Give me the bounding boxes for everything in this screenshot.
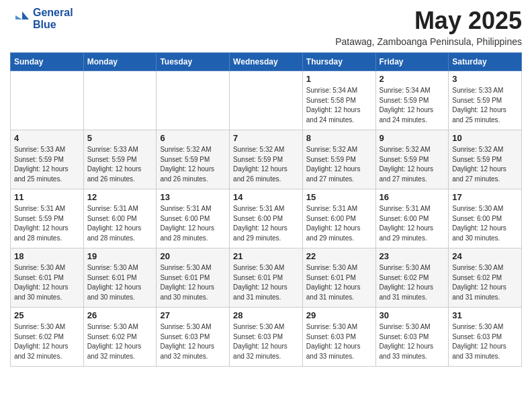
day-number: 15 bbox=[306, 192, 372, 202]
day-cell: 4Sunrise: 5:33 AM Sunset: 5:59 PM Daylig… bbox=[11, 130, 84, 189]
day-cell: 21Sunrise: 5:30 AM Sunset: 6:01 PM Dayli… bbox=[230, 248, 303, 308]
day-number: 11 bbox=[14, 192, 80, 202]
day-number: 10 bbox=[452, 133, 518, 143]
day-info: Sunrise: 5:32 AM Sunset: 5:59 PM Dayligh… bbox=[233, 145, 299, 184]
subtitle: Patawag, Zamboanga Peninsula, Philippine… bbox=[335, 36, 522, 47]
day-number: 8 bbox=[306, 133, 372, 143]
day-number: 7 bbox=[233, 133, 299, 143]
day-info: Sunrise: 5:30 AM Sunset: 6:01 PM Dayligh… bbox=[233, 263, 299, 302]
day-cell: 25Sunrise: 5:30 AM Sunset: 6:02 PM Dayli… bbox=[11, 308, 84, 367]
day-info: Sunrise: 5:30 AM Sunset: 6:01 PM Dayligh… bbox=[14, 263, 80, 302]
day-cell: 18Sunrise: 5:30 AM Sunset: 6:01 PM Dayli… bbox=[11, 248, 84, 308]
col-header-monday: Monday bbox=[83, 53, 157, 71]
day-number: 17 bbox=[452, 192, 518, 202]
day-cell: 28Sunrise: 5:30 AM Sunset: 6:03 PM Dayli… bbox=[230, 308, 303, 367]
calendar-table: SundayMondayTuesdayWednesdayThursdayFrid… bbox=[10, 52, 522, 367]
day-cell: 12Sunrise: 5:31 AM Sunset: 6:00 PM Dayli… bbox=[83, 189, 157, 248]
day-info: Sunrise: 5:32 AM Sunset: 5:59 PM Dayligh… bbox=[452, 145, 518, 184]
day-number: 16 bbox=[380, 192, 445, 202]
day-info: Sunrise: 5:31 AM Sunset: 6:00 PM Dayligh… bbox=[87, 204, 153, 243]
day-cell: 29Sunrise: 5:30 AM Sunset: 6:03 PM Dayli… bbox=[302, 308, 375, 367]
week-row-5: 25Sunrise: 5:30 AM Sunset: 6:02 PM Dayli… bbox=[11, 308, 522, 367]
day-number: 31 bbox=[452, 310, 518, 320]
day-number: 20 bbox=[160, 251, 226, 261]
day-info: Sunrise: 5:30 AM Sunset: 6:02 PM Dayligh… bbox=[452, 263, 518, 302]
day-info: Sunrise: 5:30 AM Sunset: 6:02 PM Dayligh… bbox=[14, 322, 80, 361]
day-info: Sunrise: 5:30 AM Sunset: 6:03 PM Dayligh… bbox=[452, 322, 518, 361]
day-cell: 3Sunrise: 5:33 AM Sunset: 5:59 PM Daylig… bbox=[449, 71, 522, 130]
day-cell: 16Sunrise: 5:31 AM Sunset: 6:00 PM Dayli… bbox=[375, 189, 449, 248]
day-cell bbox=[83, 71, 157, 130]
day-number: 26 bbox=[87, 310, 153, 320]
day-info: Sunrise: 5:33 AM Sunset: 5:59 PM Dayligh… bbox=[87, 145, 153, 184]
day-info: Sunrise: 5:31 AM Sunset: 6:00 PM Dayligh… bbox=[306, 204, 372, 243]
day-number: 13 bbox=[160, 192, 226, 202]
day-info: Sunrise: 5:31 AM Sunset: 6:00 PM Dayligh… bbox=[233, 204, 299, 243]
week-row-1: 1Sunrise: 5:34 AM Sunset: 5:58 PM Daylig… bbox=[11, 71, 522, 130]
day-info: Sunrise: 5:31 AM Sunset: 6:00 PM Dayligh… bbox=[160, 204, 226, 243]
day-cell: 1Sunrise: 5:34 AM Sunset: 5:58 PM Daylig… bbox=[302, 71, 375, 130]
day-info: Sunrise: 5:30 AM Sunset: 6:00 PM Dayligh… bbox=[452, 204, 518, 243]
day-info: Sunrise: 5:34 AM Sunset: 5:58 PM Dayligh… bbox=[306, 86, 372, 125]
day-cell: 30Sunrise: 5:30 AM Sunset: 6:03 PM Dayli… bbox=[375, 308, 449, 367]
day-cell bbox=[11, 71, 84, 130]
col-header-tuesday: Tuesday bbox=[157, 53, 230, 71]
day-cell: 11Sunrise: 5:31 AM Sunset: 5:59 PM Dayli… bbox=[11, 189, 84, 248]
logo: General Blue bbox=[10, 7, 73, 30]
day-info: Sunrise: 5:33 AM Sunset: 5:59 PM Dayligh… bbox=[14, 145, 80, 184]
day-number: 24 bbox=[452, 251, 518, 261]
day-info: Sunrise: 5:30 AM Sunset: 6:01 PM Dayligh… bbox=[87, 263, 153, 302]
day-info: Sunrise: 5:30 AM Sunset: 6:03 PM Dayligh… bbox=[160, 322, 226, 361]
day-info: Sunrise: 5:31 AM Sunset: 6:00 PM Dayligh… bbox=[380, 204, 445, 243]
day-cell: 26Sunrise: 5:30 AM Sunset: 6:02 PM Dayli… bbox=[83, 308, 157, 367]
day-number: 30 bbox=[380, 310, 445, 320]
day-info: Sunrise: 5:30 AM Sunset: 6:02 PM Dayligh… bbox=[87, 322, 153, 361]
day-cell bbox=[230, 71, 303, 130]
day-number: 6 bbox=[160, 133, 226, 143]
day-number: 25 bbox=[14, 310, 80, 320]
logo-text: General Blue bbox=[33, 7, 73, 30]
day-info: Sunrise: 5:30 AM Sunset: 6:01 PM Dayligh… bbox=[306, 263, 372, 302]
day-cell: 15Sunrise: 5:31 AM Sunset: 6:00 PM Dayli… bbox=[302, 189, 375, 248]
day-cell: 8Sunrise: 5:32 AM Sunset: 5:59 PM Daylig… bbox=[302, 130, 375, 189]
day-cell: 23Sunrise: 5:30 AM Sunset: 6:02 PM Dayli… bbox=[375, 248, 449, 308]
day-number: 27 bbox=[160, 310, 226, 320]
month-title: May 2025 bbox=[335, 7, 522, 35]
day-info: Sunrise: 5:32 AM Sunset: 5:59 PM Dayligh… bbox=[380, 145, 445, 184]
day-cell: 19Sunrise: 5:30 AM Sunset: 6:01 PM Dayli… bbox=[83, 248, 157, 308]
day-info: Sunrise: 5:30 AM Sunset: 6:02 PM Dayligh… bbox=[380, 263, 445, 302]
col-header-wednesday: Wednesday bbox=[230, 53, 303, 71]
day-cell: 10Sunrise: 5:32 AM Sunset: 5:59 PM Dayli… bbox=[449, 130, 522, 189]
day-number: 3 bbox=[452, 74, 518, 84]
day-number: 12 bbox=[87, 192, 153, 202]
day-cell: 22Sunrise: 5:30 AM Sunset: 6:01 PM Dayli… bbox=[302, 248, 375, 308]
day-number: 28 bbox=[233, 310, 299, 320]
day-number: 21 bbox=[233, 251, 299, 261]
day-info: Sunrise: 5:30 AM Sunset: 6:03 PM Dayligh… bbox=[380, 322, 445, 361]
day-number: 4 bbox=[14, 133, 80, 143]
day-number: 14 bbox=[233, 192, 299, 202]
day-info: Sunrise: 5:32 AM Sunset: 5:59 PM Dayligh… bbox=[306, 145, 372, 184]
day-number: 5 bbox=[87, 133, 153, 143]
col-header-friday: Friday bbox=[375, 53, 449, 71]
page-header: General Blue May 2025 Patawag, Zamboanga… bbox=[10, 7, 522, 47]
day-cell: 2Sunrise: 5:34 AM Sunset: 5:59 PM Daylig… bbox=[375, 71, 449, 130]
day-cell: 31Sunrise: 5:30 AM Sunset: 6:03 PM Dayli… bbox=[449, 308, 522, 367]
day-info: Sunrise: 5:31 AM Sunset: 5:59 PM Dayligh… bbox=[14, 204, 80, 243]
day-info: Sunrise: 5:34 AM Sunset: 5:59 PM Dayligh… bbox=[380, 86, 445, 125]
day-number: 23 bbox=[380, 251, 445, 261]
header-row: SundayMondayTuesdayWednesdayThursdayFrid… bbox=[11, 53, 522, 71]
day-info: Sunrise: 5:30 AM Sunset: 6:01 PM Dayligh… bbox=[160, 263, 226, 302]
day-cell: 27Sunrise: 5:30 AM Sunset: 6:03 PM Dayli… bbox=[157, 308, 230, 367]
week-row-2: 4Sunrise: 5:33 AM Sunset: 5:59 PM Daylig… bbox=[11, 130, 522, 189]
day-cell: 6Sunrise: 5:32 AM Sunset: 5:59 PM Daylig… bbox=[157, 130, 230, 189]
day-cell: 9Sunrise: 5:32 AM Sunset: 5:59 PM Daylig… bbox=[375, 130, 449, 189]
logo-icon bbox=[10, 9, 30, 29]
day-number: 18 bbox=[14, 251, 80, 261]
day-number: 9 bbox=[380, 133, 445, 143]
col-header-saturday: Saturday bbox=[449, 53, 522, 71]
day-number: 22 bbox=[306, 251, 372, 261]
day-cell bbox=[157, 71, 230, 130]
day-info: Sunrise: 5:33 AM Sunset: 5:59 PM Dayligh… bbox=[452, 86, 518, 125]
week-row-3: 11Sunrise: 5:31 AM Sunset: 5:59 PM Dayli… bbox=[11, 189, 522, 248]
